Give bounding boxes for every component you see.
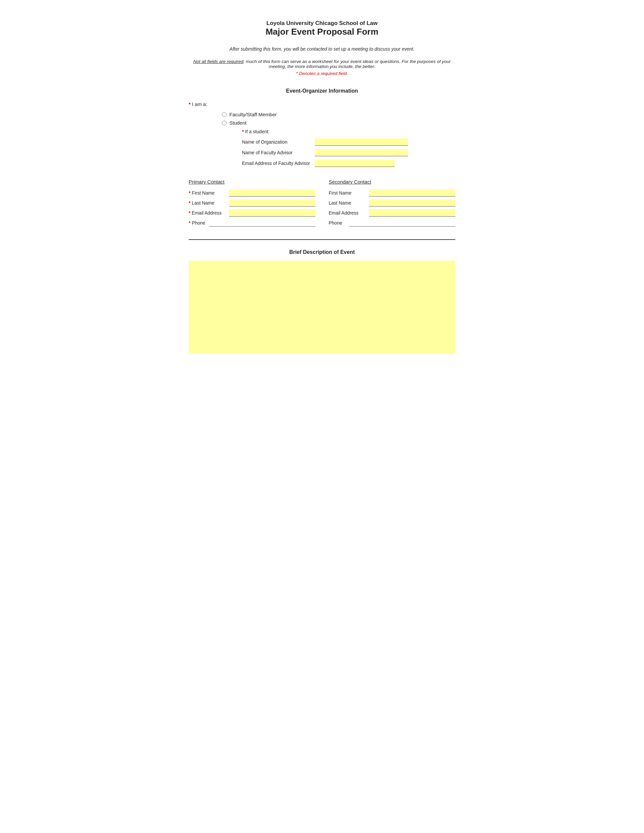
secondary-phone-label: Phone	[328, 220, 347, 225]
organizer-section-title: Event-Organizer Information	[189, 88, 455, 94]
brief-description-textarea[interactable]	[189, 261, 455, 354]
primary-contact-heading: Primary Contact	[189, 179, 316, 185]
page-header: Loyola University Chicago School of Law …	[189, 20, 455, 37]
primary-first-input[interactable]	[229, 189, 316, 196]
section-divider	[189, 239, 455, 240]
required-star-student: *	[242, 129, 244, 134]
instructions-underline: Not all fields are required	[193, 59, 243, 64]
secondary-contact-column: Secondary Contact First Name Last Name E…	[328, 179, 455, 229]
primary-email-input[interactable]	[229, 209, 316, 217]
secondary-last-input[interactable]	[369, 199, 455, 207]
contacts-section: Primary Contact * First Name * Last Name…	[189, 179, 455, 229]
faculty-email-input[interactable]	[315, 159, 394, 167]
primary-last-input[interactable]	[229, 199, 316, 207]
form-title: Major Event Proposal Form	[189, 27, 455, 37]
primary-phone-input[interactable]	[209, 219, 316, 227]
faculty-email-row: Email Address of Faculty Advisor	[242, 159, 455, 167]
secondary-email-label: Email Address	[328, 210, 367, 215]
secondary-last-row: Last Name	[328, 199, 455, 207]
primary-email-row: * Email Address	[189, 209, 316, 217]
role-radio-group: Faculty/Staff Member Student	[222, 112, 455, 125]
student-fields: Name of Organization Name of Faculty Adv…	[242, 138, 455, 167]
secondary-phone-row: Phone	[328, 219, 455, 227]
radio-faculty[interactable]: Faculty/Staff Member	[222, 112, 455, 117]
subtitle: After submitting this form, you will be …	[189, 46, 455, 51]
secondary-first-label: First Name	[328, 190, 367, 196]
instructions: Not all fields are required; much of thi…	[189, 59, 455, 69]
primary-phone-label: * Phone	[189, 220, 207, 225]
radio-student-input[interactable]	[222, 121, 227, 125]
faculty-advisor-label: Name of Faculty Advisor	[242, 150, 312, 155]
radio-student-label: Student	[229, 120, 247, 125]
secondary-email-row: Email Address	[328, 209, 455, 217]
radio-faculty-input[interactable]	[222, 112, 227, 117]
radio-student[interactable]: Student	[222, 120, 455, 125]
secondary-first-row: First Name	[328, 189, 455, 196]
secondary-contact-heading: Secondary Contact	[328, 179, 455, 185]
primary-contact-column: Primary Contact * First Name * Last Name…	[189, 179, 316, 229]
secondary-email-input[interactable]	[369, 209, 455, 217]
i-am-a-label: * I am a:	[189, 101, 455, 107]
org-name-label: Name of Organization	[242, 139, 312, 145]
radio-faculty-label: Faculty/Staff Member	[229, 112, 277, 117]
primary-phone-row: * Phone	[189, 219, 316, 227]
brief-desc-title: Brief Description of Event	[189, 249, 455, 255]
required-star-iam: *	[189, 101, 191, 107]
primary-last-row: * Last Name	[189, 199, 316, 207]
primary-email-label: * Email Address	[189, 210, 227, 215]
institution-name: Loyola University Chicago School of Law	[189, 20, 455, 27]
student-section: * If a student: Name of Organization Nam…	[242, 129, 455, 167]
secondary-first-input[interactable]	[369, 189, 455, 196]
student-section-text: If a student:	[245, 129, 269, 134]
instructions-rest: ; much of this form can serve as a works…	[243, 59, 451, 69]
primary-last-label: * Last Name	[189, 200, 227, 206]
org-name-input[interactable]	[315, 138, 408, 146]
primary-first-label: * First Name	[189, 190, 227, 196]
faculty-email-label: Email Address of Faculty Advisor	[242, 161, 312, 166]
faculty-advisor-input[interactable]	[315, 149, 408, 156]
secondary-phone-input[interactable]	[349, 219, 455, 227]
student-section-label: * If a student:	[242, 129, 455, 134]
org-name-row: Name of Organization	[242, 138, 455, 146]
required-note: * Denotes a required field.	[189, 71, 455, 76]
faculty-advisor-row: Name of Faculty Advisor	[242, 149, 455, 156]
primary-first-row: * First Name	[189, 189, 316, 196]
secondary-last-label: Last Name	[328, 200, 367, 206]
